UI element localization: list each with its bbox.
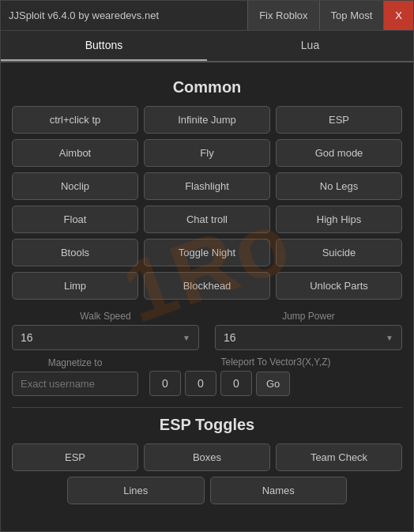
btn-limp[interactable]: Limp [12,272,138,300]
btn-aimbot[interactable]: Aimbot [12,139,138,167]
title-bar: JJSploit v6.4.0 by wearedevs.net Fix Rob… [1,1,413,31]
btn-esp-toggle[interactable]: ESP [12,443,138,471]
magnetize-label: Magnetize to [12,357,138,368]
jump-power-group: Jump Power 16 ▼ [215,311,402,350]
tab-lua[interactable]: Lua [207,31,413,61]
btn-noclip[interactable]: Noclip [12,172,138,200]
top-most-button[interactable]: Top Most [319,1,384,30]
walk-speed-arrow: ▼ [183,334,190,342]
walk-speed-group: Walk Speed 16 ▼ [12,311,199,350]
speed-jump-row: Walk Speed 16 ▼ Jump Power 16 ▼ [12,311,402,350]
teleport-go-button[interactable]: Go [256,372,290,396]
walk-speed-dropdown[interactable]: 16 ▼ [12,325,199,350]
btn-esp[interactable]: ESP [276,106,402,134]
btn-boxes[interactable]: Boxes [144,443,270,471]
btn-fly[interactable]: Fly [144,139,270,167]
teleport-y-input[interactable] [185,371,216,396]
walk-speed-value: 16 [21,331,33,344]
btn-team-check[interactable]: Team Check [276,443,402,471]
lower-controls: Magnetize to Teleport To Vector3(X,Y,Z) … [12,357,402,396]
btn-high-hips[interactable]: High Hips [276,206,402,233]
teleport-z-input[interactable] [220,371,252,396]
btn-no-legs[interactable]: No Legs [276,172,402,200]
esp-buttons-row2: Lines Names [12,477,402,504]
esp-buttons-row1: ESP Boxes Team Check [12,443,402,471]
common-buttons-grid: ctrl+click tp Infinite Jump ESP Aimbot F… [12,106,402,300]
magnetize-group: Magnetize to [12,357,138,396]
jump-power-label: Jump Power [215,311,402,322]
fix-roblox-button[interactable]: Fix Roblox [247,1,318,30]
btn-chat-troll[interactable]: Chat troll [144,206,270,233]
jump-power-arrow: ▼ [386,334,393,342]
walk-speed-label: Walk Speed [12,311,199,322]
btn-flashlight[interactable]: Flashlight [144,172,270,200]
content-area: Common ctrl+click tp Infinite Jump ESP A… [1,62,413,530]
btn-infinite-jump[interactable]: Infinite Jump [144,106,270,134]
btn-toggle-night[interactable]: Toggle Night [144,239,270,266]
teleport-x-input[interactable] [149,371,181,396]
jump-power-dropdown[interactable]: 16 ▼ [215,325,402,350]
magnetize-input[interactable] [12,372,138,396]
common-title: Common [12,78,402,96]
btn-float[interactable]: Float [12,206,138,233]
teleport-label: Teleport To Vector3(X,Y,Z) [149,357,402,368]
btn-names[interactable]: Names [210,477,348,504]
teleport-inputs-row: Go [149,371,402,396]
main-window: 1Ro JJSploit v6.4.0 by wearedevs.net Fix… [0,0,414,532]
btn-btools[interactable]: Btools [12,239,138,266]
esp-title: ESP Toggles [12,416,402,434]
btn-suicide[interactable]: Suicide [276,239,402,266]
btn-god-mode[interactable]: God mode [276,139,402,167]
btn-ctrl-click-tp[interactable]: ctrl+click tp [12,106,138,134]
teleport-group: Teleport To Vector3(X,Y,Z) Go [149,357,402,396]
tab-buttons[interactable]: Buttons [1,31,207,61]
app-title: JJSploit v6.4.0 by wearedevs.net [9,9,247,21]
btn-blockhead[interactable]: Blockhead [144,272,270,300]
section-divider [12,407,402,408]
btn-lines[interactable]: Lines [67,477,205,504]
btn-unlock-parts[interactable]: Unlock Parts [276,272,402,300]
title-buttons: Fix Roblox Top Most X [247,1,413,30]
close-button[interactable]: X [383,1,413,30]
tab-bar: Buttons Lua [1,31,413,62]
jump-power-value: 16 [224,331,236,344]
